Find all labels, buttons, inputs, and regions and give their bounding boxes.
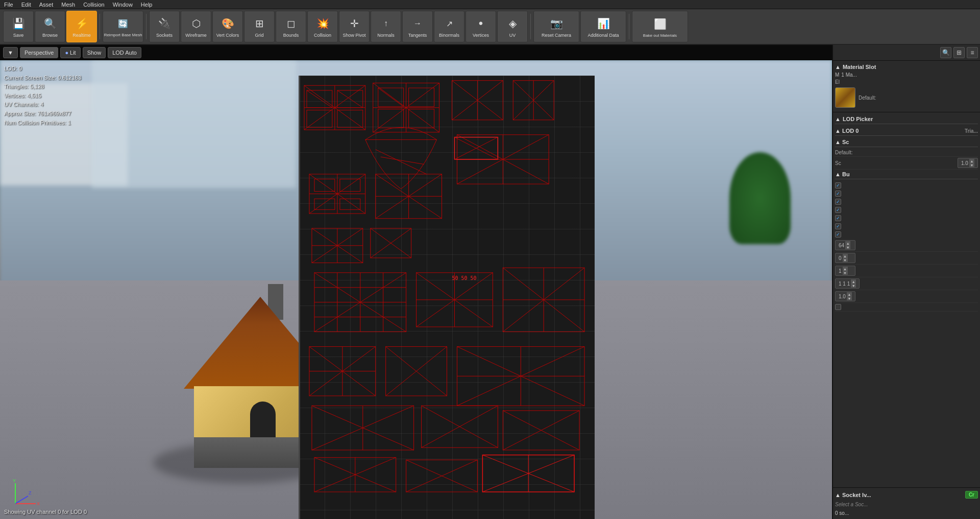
show-pivot-button[interactable]: ✛ Show Pivot [339,11,370,42]
checkbox-row-1 [835,182,978,189]
material-swatch[interactable] [835,87,855,108]
val10-down[interactable]: ▼ [847,296,852,300]
lod-scale-label: Sc [835,160,841,166]
socket-collapse-icon: ▲ [835,492,841,498]
val64-up[interactable]: ▲ [845,241,850,245]
lod-bulk-label: ▲ Bu [835,171,850,177]
viewport-3d[interactable]: X Y Z [0,60,832,519]
save-button[interactable]: 💾 Save [3,11,34,42]
lod-val-1[interactable]: 1 ▲ ▼ [835,266,855,276]
svg-text:X: X [37,501,40,506]
lit-button[interactable]: ● Lit [60,47,80,58]
checkbox-5[interactable] [835,215,841,221]
grid-button[interactable]: ⊞ Grid [244,11,275,42]
lod-auto-button[interactable]: LOD Auto [108,47,141,58]
svg-line-23 [378,88,404,107]
additional-data-icon: 📊 [595,15,611,32]
mat-slot-label: 1 Ma... [841,72,857,78]
wireframe-button[interactable]: ⬡ Wireframe [181,11,211,42]
menu-window[interactable]: Window [113,2,133,8]
material-slot-header[interactable]: ▲ Material Slot [835,63,978,71]
lod-val-111[interactable]: 1 1 1 ▲ ▼ [835,278,860,289]
save-label: Save [13,33,24,38]
view-divider[interactable] [299,76,300,519]
lod-picker-section[interactable]: ▲ LOD Picker ▲ LOD 0 Tria... ▲ Sc Defaul… [833,112,980,487]
svg-line-36 [376,150,427,174]
val64-down[interactable]: ▼ [845,245,850,249]
val1-up[interactable]: ▲ [843,267,848,271]
lod-checkbox-final-row [835,303,978,312]
svg-rect-51 [314,179,335,192]
lod-val-10[interactable]: 1.0 ▲ ▼ [835,291,855,301]
show-pivot-icon: ✛ [346,15,362,32]
val111-up[interactable]: ▲ [851,279,856,284]
show-pivot-label: Show Pivot [342,33,365,38]
normals-label: Normals [377,33,395,38]
checkbox-row-7 [835,231,978,238]
lod-value-64-row: 64 ▲ ▼ [835,239,978,252]
viewport-area[interactable]: ▼ Perspective ● Lit Show LOD Auto LOD: 0… [0,45,832,519]
bake-out-button[interactable]: ⬜ Bake out Materials [632,11,688,42]
checkbox-7[interactable] [835,231,841,238]
tangents-button[interactable]: → Tangents [402,11,433,42]
lod-scale-value[interactable]: 1.0 ▲ ▼ [958,158,978,168]
lod-val-0[interactable]: 0 ▲ ▼ [835,253,855,263]
uv-wireframe: 50 50 50 [299,76,595,519]
perspective-button[interactable]: Perspective [20,47,58,58]
binormals-button[interactable]: ↗ Binormals [434,11,464,42]
lod-val-64[interactable]: 64 ▲ ▼ [835,240,855,250]
material-slot-collapse-icon: ▲ [835,64,841,70]
reimport-label: Reimport Base Mesh [104,33,142,38]
vertices-button[interactable]: • Vertices [465,11,496,42]
realtime-button[interactable]: ⚡ Realtime [66,11,97,42]
socket-create-button[interactable]: Cr [965,491,978,499]
vert-colors-button[interactable]: 🎨 Vert Colors [212,11,243,42]
checkbox-final[interactable] [835,304,841,310]
rp-search-button[interactable]: 🔍 [940,47,951,58]
lod-0-header: ▲ LOD 0 Tria... [835,126,978,136]
uv-panel[interactable]: 50 50 50 [299,76,595,519]
checkbox-2[interactable] [835,191,841,197]
svg-line-14 [337,90,363,108]
checkbox-6[interactable] [835,223,841,229]
reimport-button[interactable]: 🔄 Reimport Base Mesh [103,11,143,42]
menu-asset[interactable]: Asset [39,2,54,8]
val111-down[interactable]: ▼ [851,284,856,288]
rp-list-button[interactable]: ≡ [967,47,978,58]
browse-button[interactable]: 🔍 Browse [35,11,65,42]
menu-edit[interactable]: Edit [21,2,31,8]
menu-mesh[interactable]: Mesh [61,2,75,8]
menu-bar: File Edit Asset Mesh Collision Window He… [0,0,980,9]
viewport-dropdown-button[interactable]: ▼ [3,47,18,58]
additional-data-button[interactable]: 📊 Additional Data [580,11,626,42]
sockets-button[interactable]: 🔌 Sockets [149,11,180,42]
reset-camera-button[interactable]: 📷 Reset Camera [533,11,579,42]
rp-grid-button[interactable]: ⊞ [953,47,965,58]
reset-camera-label: Reset Camera [542,33,571,38]
menu-help[interactable]: Help [141,2,153,8]
stat-vertices: Vertices: 4,515 [4,91,81,101]
val10-up[interactable]: ▲ [847,292,852,296]
bounds-button[interactable]: ◻ Bounds [276,11,306,42]
checkbox-1[interactable] [835,182,841,188]
val1-down[interactable]: ▼ [843,271,848,275]
vert-colors-label: Vert Colors [216,33,239,38]
vertices-icon: • [473,15,489,32]
collision-button[interactable]: 💥 Collision [307,11,338,42]
checkbox-row-6 [835,223,978,230]
menu-file[interactable]: File [4,2,13,8]
sockets-icon: 🔌 [156,15,173,32]
menu-collision[interactable]: Collision [83,2,105,8]
val0-down[interactable]: ▼ [843,258,848,262]
normals-button[interactable]: ↑ Normals [371,11,401,42]
show-button[interactable]: Show [83,47,106,58]
checkbox-4[interactable] [835,207,841,213]
val0-up[interactable]: ▲ [843,254,848,258]
checkbox-3[interactable] [835,199,841,205]
uv-button[interactable]: ◈ UV [497,11,528,42]
lod-picker-title: ▲ LOD Picker [835,114,978,124]
scale-up-button[interactable]: ▲ [969,159,974,163]
material-slot-title: Material Slot [843,64,876,70]
scale-down-button[interactable]: ▼ [969,163,974,167]
checkbox-row-4 [835,206,978,214]
